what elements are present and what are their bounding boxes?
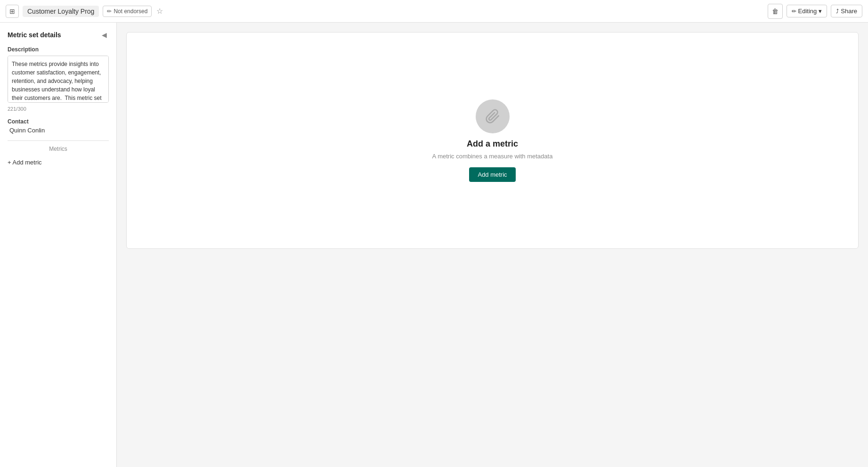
collapse-sidebar-button[interactable]: ◀	[100, 30, 109, 40]
star-icon: ☆	[156, 7, 163, 15]
sidebar: Metric set details ◀ Description 221/300…	[0, 23, 117, 467]
chevron-down-icon: ▾	[819, 8, 822, 15]
topbar: ⊞ Customer Loyalty Prog ✏ Not endorsed ☆…	[0, 0, 868, 23]
add-metric-button[interactable]: Add metric	[469, 167, 515, 182]
share-button[interactable]: ⤴ Share	[831, 5, 862, 17]
star-button[interactable]: ☆	[155, 6, 164, 16]
empty-state: Add a metric A metric combines a measure…	[432, 99, 553, 182]
editing-label: Editing	[798, 8, 817, 15]
grid-icon: ⊞	[9, 8, 15, 15]
delete-button[interactable]: 🗑	[768, 4, 783, 19]
paperclip-icon	[485, 109, 500, 124]
editing-button[interactable]: ✏ Editing ▾	[787, 5, 827, 17]
char-count: 221/300	[8, 106, 109, 112]
empty-state-subtitle: A metric combines a measure with metadat…	[432, 153, 553, 160]
main-layout: Metric set details ◀ Description 221/300…	[0, 23, 868, 467]
not-endorsed-button[interactable]: ✏ Not endorsed	[103, 6, 152, 17]
metrics-section-label: Metrics	[8, 146, 109, 152]
collapse-icon: ◀	[102, 31, 107, 39]
topbar-left: ⊞ Customer Loyalty Prog ✏ Not endorsed ☆	[6, 5, 764, 18]
not-endorsed-label: Not endorsed	[114, 8, 147, 15]
delete-icon: 🗑	[772, 8, 779, 15]
share-icon: ⤴	[836, 8, 839, 15]
add-metric-sidebar-button[interactable]: + Add metric	[8, 157, 42, 168]
doc-title: Customer Loyalty Prog	[23, 6, 99, 17]
contact-value: Quinn Conlin	[8, 127, 109, 134]
topbar-right: 🗑 ✏ Editing ▾ ⤴ Share	[768, 4, 862, 19]
sidebar-title: Metric set details	[8, 31, 61, 39]
description-label: Description	[8, 46, 109, 53]
add-metric-sidebar-label: + Add metric	[8, 159, 42, 166]
add-metric-button-label: Add metric	[478, 171, 507, 178]
content-area: Add a metric A metric combines a measure…	[117, 23, 868, 467]
content-card: Add a metric A metric combines a measure…	[126, 32, 859, 249]
empty-state-title: Add a metric	[467, 139, 518, 149]
sidebar-header: Metric set details ◀	[8, 30, 109, 40]
empty-icon-circle	[476, 99, 510, 133]
share-label: Share	[841, 8, 857, 15]
description-textarea[interactable]	[8, 56, 109, 103]
grid-icon-button[interactable]: ⊞	[6, 5, 19, 18]
pencil-icon: ✏	[107, 8, 112, 15]
contact-label: Contact	[8, 118, 109, 125]
divider	[8, 140, 109, 141]
pencil-edit-icon: ✏	[792, 8, 796, 15]
